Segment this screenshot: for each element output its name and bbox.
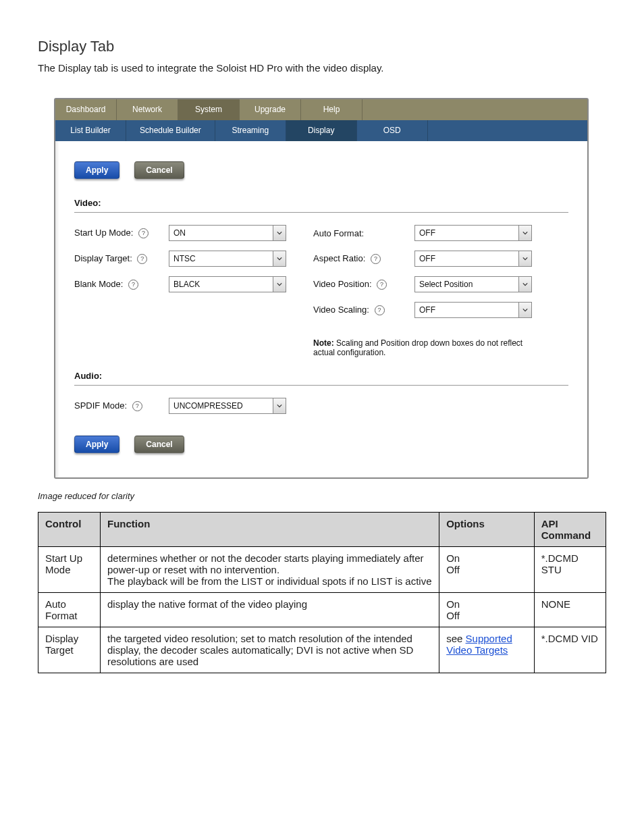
label-spdif-mode: SPDIF Mode: ?: [74, 400, 169, 411]
select-value: ON: [169, 228, 273, 238]
image-caption: Image reduced for clarity: [38, 491, 606, 501]
help-icon[interactable]: ?: [377, 280, 387, 290]
select-value: BLACK: [169, 280, 273, 289]
help-icon[interactable]: ?: [128, 280, 138, 290]
label-video-position: Video Position: ?: [313, 279, 414, 290]
chevron-down-icon: [518, 277, 531, 292]
nav-top-upgrade[interactable]: Upgrade: [240, 99, 301, 120]
nav-sub-osd[interactable]: OSD: [357, 120, 428, 141]
cell-function: determines whether or not the decoder st…: [100, 547, 439, 593]
th-control: Control: [38, 513, 101, 547]
nav-top-network[interactable]: Network: [117, 99, 178, 120]
table-row: Auto Format display the native format of…: [38, 593, 606, 627]
label-text: Aspect Ratio:: [313, 253, 365, 263]
label-text: Auto Format:: [313, 228, 364, 238]
label-display-target: Display Target: ?: [74, 253, 169, 264]
options-prefix: see: [446, 633, 465, 644]
note-body: Scaling and Position drop down boxes do …: [313, 338, 522, 357]
cell-control: Start Up Mode: [38, 547, 101, 593]
nav-sub-list-builder[interactable]: List Builder: [55, 120, 126, 141]
cell-options: see Supported Video Targets: [439, 627, 535, 673]
apply-button[interactable]: Apply: [74, 161, 119, 179]
cell-function: the targeted video resolution; set to ma…: [100, 627, 439, 673]
th-options: Options: [439, 513, 535, 547]
label-text: Display Target:: [74, 253, 132, 263]
cell-control: Auto Format: [38, 593, 101, 627]
help-icon[interactable]: ?: [371, 254, 381, 264]
select-start-up-mode[interactable]: ON: [169, 225, 286, 241]
chevron-down-icon: [518, 226, 531, 240]
chevron-down-icon: [273, 398, 286, 413]
cell-api: *.DCMD VID: [534, 627, 606, 673]
chevron-down-icon: [518, 303, 531, 317]
nav-top-system[interactable]: System: [178, 99, 240, 120]
label-text: SPDIF Mode:: [74, 400, 127, 411]
select-auto-format[interactable]: OFF: [414, 225, 532, 241]
chevron-down-icon: [273, 226, 286, 240]
nav-top-dashboard[interactable]: Dashboard: [55, 99, 117, 120]
select-value: NTSC: [169, 254, 273, 263]
help-icon[interactable]: ?: [137, 254, 147, 264]
section-audio-title: Audio:: [74, 371, 568, 381]
select-value: Select Position: [415, 280, 518, 289]
select-display-target[interactable]: NTSC: [169, 251, 286, 267]
select-value: OFF: [415, 228, 518, 238]
apply-button[interactable]: Apply: [74, 436, 119, 453]
label-start-up-mode: Start Up Mode: ?: [74, 228, 169, 238]
table-row: Display Target the targeted video resolu…: [38, 627, 606, 673]
app-window: Dashboard Network System Upgrade Help Li…: [54, 98, 589, 479]
chevron-down-icon: [518, 251, 531, 266]
select-value: OFF: [415, 254, 518, 263]
intro-text: The Display tab is used to integrate the…: [38, 62, 606, 74]
label-text: Blank Mode:: [74, 279, 123, 289]
nav-top: Dashboard Network System Upgrade Help: [55, 99, 587, 120]
select-blank-mode[interactable]: BLACK: [169, 276, 286, 292]
chevron-down-icon: [273, 251, 286, 266]
th-api: API Command: [534, 513, 606, 547]
label-auto-format: Auto Format:: [313, 228, 414, 238]
cell-api: *.DCMD STU: [534, 547, 606, 593]
note-text: Note: Scaling and Position drop down box…: [313, 338, 532, 357]
nav-sub-streaming[interactable]: Streaming: [215, 120, 286, 141]
th-function: Function: [100, 513, 439, 547]
select-video-scaling[interactable]: OFF: [414, 302, 532, 318]
select-video-position[interactable]: Select Position: [414, 276, 532, 292]
divider: [74, 212, 568, 213]
label-text: Video Position:: [313, 279, 372, 289]
help-icon[interactable]: ?: [132, 401, 142, 411]
cancel-button[interactable]: Cancel: [134, 161, 184, 179]
nav-sub-schedule-builder[interactable]: Schedule Builder: [126, 120, 215, 141]
nav-sub: List Builder Schedule Builder Streaming …: [55, 120, 587, 141]
help-icon[interactable]: ?: [375, 305, 385, 315]
reference-table: Control Function Options API Command Sta…: [38, 512, 606, 673]
label-text: Start Up Mode:: [74, 228, 133, 238]
cell-api: NONE: [534, 593, 606, 627]
note-label: Note:: [313, 338, 334, 348]
section-video-title: Video:: [74, 198, 568, 208]
cell-options: On Off: [439, 547, 535, 593]
label-aspect-ratio: Aspect Ratio: ?: [313, 253, 414, 264]
panel-display: Apply Cancel Video: Start Up Mode: ? ON …: [55, 141, 587, 477]
cell-function: display the native format of the video p…: [100, 593, 439, 627]
select-spdif-mode[interactable]: UNCOMPRESSED: [169, 398, 286, 414]
label-video-scaling: Video Scaling: ?: [313, 305, 414, 315]
cell-control: Display Target: [38, 627, 101, 673]
select-value: UNCOMPRESSED: [169, 401, 273, 411]
nav-top-help[interactable]: Help: [301, 99, 363, 120]
select-aspect-ratio[interactable]: OFF: [414, 251, 532, 267]
select-value: OFF: [415, 305, 518, 315]
nav-sub-display[interactable]: Display: [286, 120, 357, 141]
video-form: Start Up Mode: ? ON Auto Format: OFF Dis…: [74, 225, 568, 357]
chevron-down-icon: [273, 277, 286, 292]
table-row: Start Up Mode determines whether or not …: [38, 547, 606, 593]
cancel-button[interactable]: Cancel: [134, 436, 184, 453]
label-text: Video Scaling:: [313, 305, 369, 315]
help-icon[interactable]: ?: [138, 228, 149, 238]
page-title: Display Tab: [38, 38, 606, 55]
audio-form: SPDIF Mode: ? UNCOMPRESSED: [74, 398, 568, 414]
label-blank-mode: Blank Mode: ?: [74, 279, 169, 290]
divider: [74, 385, 568, 386]
cell-options: On Off: [439, 593, 535, 627]
